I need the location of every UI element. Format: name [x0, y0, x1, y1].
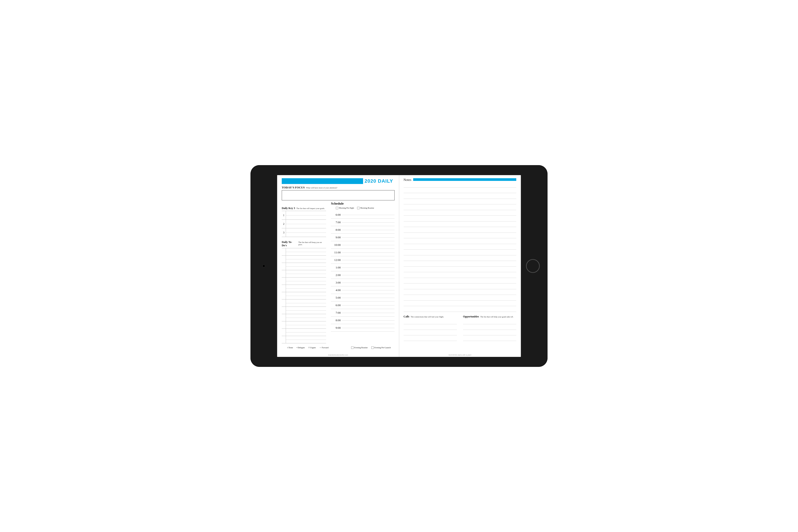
calls-line[interactable]	[404, 330, 457, 335]
note-line[interactable]	[404, 238, 516, 244]
note-line[interactable]	[404, 182, 516, 188]
schedule-row[interactable]: 10:00	[331, 241, 395, 249]
todo-row[interactable]	[282, 336, 326, 343]
focus-header: TODAY'S FOCUS What will have most of you…	[282, 186, 395, 189]
checkbox-icon[interactable]	[336, 207, 338, 209]
schedule-row[interactable]: 6:00	[331, 302, 395, 309]
note-line[interactable]	[404, 233, 516, 239]
calls-area[interactable]	[404, 319, 457, 341]
key3-row[interactable]: 1	[282, 211, 326, 220]
note-line[interactable]	[404, 267, 516, 272]
todos-subtitle: The list that will keep you on pace.	[298, 241, 326, 246]
todos-table[interactable]	[282, 248, 326, 343]
schedule-row[interactable]: 6:00	[331, 211, 395, 218]
note-line[interactable]	[404, 301, 516, 306]
note-line[interactable]	[404, 284, 516, 289]
note-line[interactable]	[404, 227, 516, 233]
notes-area[interactable]	[404, 182, 516, 312]
evening-check[interactable]: Evening Pre-Launch	[371, 346, 391, 349]
checkbox-icon[interactable]	[357, 207, 360, 209]
todo-row[interactable]	[282, 278, 326, 285]
schedule-time-label: 8:00	[331, 319, 342, 322]
note-line[interactable]	[404, 278, 516, 284]
note-line[interactable]	[404, 222, 516, 227]
key3-row[interactable]: 3	[282, 228, 326, 237]
schedule-row[interactable]: 4:00	[331, 286, 395, 294]
schedule-row[interactable]: 2:00	[331, 271, 395, 279]
schedule-grid[interactable]: 6:007:008:009:0010:0011:0012:001:002:003…	[331, 211, 395, 331]
home-button[interactable]	[526, 259, 540, 273]
note-line[interactable]	[404, 272, 516, 278]
key3-row[interactable]: 2	[282, 220, 326, 228]
todo-row[interactable]	[282, 307, 326, 314]
note-line[interactable]	[404, 255, 516, 261]
note-line[interactable]	[404, 289, 516, 295]
todo-row[interactable]	[282, 329, 326, 336]
morning-check[interactable]: Morning Routine	[357, 207, 374, 209]
calls-line[interactable]	[404, 335, 457, 341]
note-line[interactable]	[404, 199, 516, 205]
schedule-row[interactable]: 9:00	[331, 324, 395, 331]
evening-check[interactable]: Evening Routine	[351, 346, 368, 349]
note-line[interactable]	[404, 244, 516, 250]
key3-table[interactable]: 123	[282, 211, 326, 237]
todo-row[interactable]	[282, 321, 326, 329]
note-line[interactable]	[404, 216, 516, 222]
todo-row[interactable]	[282, 292, 326, 300]
morning-check[interactable]: Morning Pre-flight	[336, 207, 354, 209]
key3-number: 2	[282, 220, 286, 228]
schedule-row[interactable]: 8:00	[331, 317, 395, 324]
calls-line[interactable]	[404, 324, 457, 330]
todos-title: Daily To-Do's	[282, 241, 297, 247]
focus-subtitle: What will have most of your attention?	[306, 187, 337, 189]
opportunities-line[interactable]	[463, 330, 516, 335]
schedule-row[interactable]: 7:00	[331, 218, 395, 226]
key3-title: Daily Key 3	[282, 207, 295, 210]
schedule-row[interactable]: 5:00	[331, 294, 395, 302]
todo-row[interactable]	[282, 270, 326, 278]
note-line[interactable]	[404, 210, 516, 216]
schedule-time-label: 2:00	[331, 273, 342, 277]
schedule-row[interactable]: 11:00	[331, 249, 395, 256]
opportunities-line[interactable]	[463, 324, 516, 330]
opportunities-line[interactable]	[463, 335, 516, 341]
todo-row[interactable]	[282, 314, 326, 321]
schedule-time-label: 8:00	[331, 228, 342, 232]
schedule-row[interactable]: 1:00	[331, 264, 395, 271]
left-footer: brandenbodendorfer.com	[277, 354, 399, 356]
opportunities-area[interactable]	[463, 319, 516, 341]
opportunities-line[interactable]	[463, 319, 516, 324]
note-line[interactable]	[404, 188, 516, 193]
note-line[interactable]	[404, 193, 516, 199]
schedule-morning-checks: Morning Pre-flightMorning Routine	[336, 207, 395, 209]
todo-row[interactable]	[282, 263, 326, 270]
checkbox-icon[interactable]	[351, 346, 354, 349]
legend-urgent: !! Urgent	[308, 346, 316, 349]
schedule-row[interactable]: 9:00	[331, 234, 395, 241]
note-line[interactable]	[404, 306, 516, 312]
schedule-row[interactable]: 3:00	[331, 279, 395, 286]
schedule-title: Schedule	[331, 202, 395, 206]
calls-line[interactable]	[404, 319, 457, 324]
todo-row[interactable]	[282, 248, 326, 255]
opportunities-title: Opportunities	[463, 315, 479, 318]
note-line[interactable]	[404, 204, 516, 210]
key3-number: 1	[282, 211, 286, 220]
focus-input-box[interactable]	[282, 190, 395, 201]
todo-row[interactable]	[282, 300, 326, 307]
note-line[interactable]	[404, 250, 516, 255]
calls-subtitle: The connections that will fuel your flig…	[411, 316, 444, 318]
note-line[interactable]	[404, 295, 516, 301]
schedule-row[interactable]: 7:00	[331, 309, 395, 317]
checkbox-icon[interactable]	[371, 346, 374, 349]
schedule-row[interactable]: 8:00	[331, 226, 395, 234]
notes-title: Notes	[404, 178, 412, 182]
note-line[interactable]	[404, 261, 516, 267]
todo-legend: √ Done • Delegate !! Urgent → Forward	[282, 346, 334, 349]
todo-row[interactable]	[282, 285, 326, 292]
schedule-row[interactable]: 12:00	[331, 256, 395, 264]
schedule-time-label: 1:00	[331, 266, 342, 269]
page-title: 2020 DAILY	[364, 179, 393, 184]
right-header-banner: Notes	[404, 178, 516, 181]
todo-row[interactable]	[282, 255, 326, 263]
